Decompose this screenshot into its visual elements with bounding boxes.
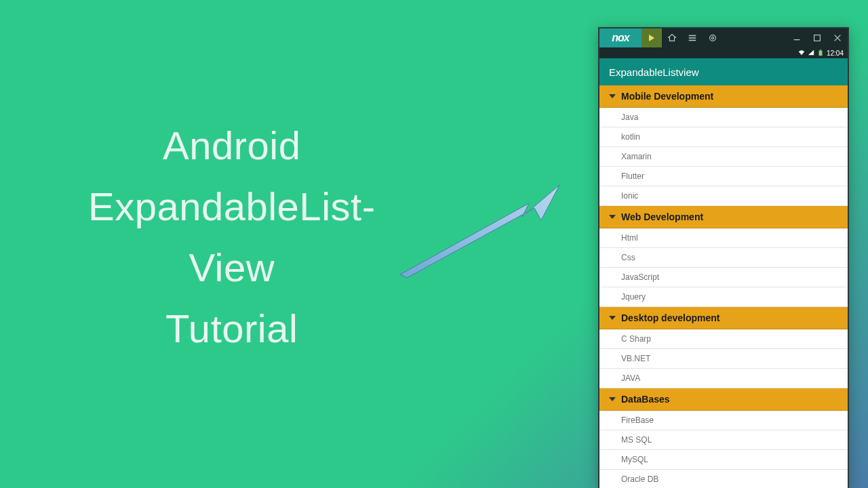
app-bar: ExpandableListview: [599, 58, 848, 85]
svg-point-0: [710, 35, 716, 41]
list-item[interactable]: kotlin: [599, 127, 848, 147]
android-status-bar: 12:04: [599, 47, 848, 58]
title-line-2: ExpandableList-: [88, 176, 375, 237]
list-item[interactable]: C Sharp: [599, 329, 848, 349]
app-title: ExpandableListview: [609, 66, 699, 78]
hamburger-icon: [688, 33, 697, 43]
tutorial-title: Android ExpandableList- View Tutorial: [88, 115, 375, 359]
wifi-icon: [798, 49, 805, 56]
svg-rect-4: [820, 49, 821, 51]
list-item[interactable]: Css: [599, 248, 848, 268]
list-item[interactable]: MS SQL: [599, 430, 848, 450]
list-item[interactable]: MySQL: [599, 450, 848, 470]
gear-icon: [708, 33, 717, 43]
home-icon: [667, 33, 677, 43]
battery-icon: [817, 49, 824, 56]
home-button[interactable]: [662, 28, 682, 47]
minimize-icon: [792, 33, 802, 43]
svg-rect-2: [814, 35, 821, 41]
group-header-desktop[interactable]: Desktop development: [599, 307, 848, 329]
list-item[interactable]: Oracle DB: [599, 470, 848, 488]
list-item[interactable]: Html: [599, 228, 848, 248]
group-header-web[interactable]: Web Development: [599, 206, 848, 228]
play-icon: [648, 34, 656, 42]
title-line-1: Android: [88, 115, 375, 176]
list-item[interactable]: JAVA: [599, 369, 848, 388]
signal-icon: [808, 49, 814, 56]
list-item[interactable]: Java: [599, 108, 848, 127]
minimize-button[interactable]: [787, 28, 807, 47]
list-item[interactable]: Jquery: [599, 287, 848, 307]
close-icon: [833, 33, 842, 43]
window-titlebar: nox: [599, 28, 848, 47]
group-header-mobile[interactable]: Mobile Development: [599, 85, 848, 108]
title-line-3: View: [88, 237, 375, 298]
arrow-icon: [387, 180, 576, 281]
list-item[interactable]: Ionic: [599, 186, 848, 206]
close-button[interactable]: [827, 28, 848, 47]
settings-button[interactable]: [703, 28, 723, 47]
title-line-4: Tutorial: [88, 298, 375, 359]
list-item[interactable]: Xamarin: [599, 147, 848, 167]
maximize-icon: [812, 33, 822, 43]
svg-point-1: [711, 37, 713, 39]
emulator-window: nox 12:04: [598, 27, 849, 488]
group-header-databases[interactable]: DataBases: [599, 388, 848, 411]
svg-rect-3: [818, 51, 822, 56]
nox-logo: nox: [599, 28, 642, 47]
maximize-button[interactable]: [807, 28, 827, 47]
list-item[interactable]: JavaScript: [599, 268, 848, 287]
list-item[interactable]: Flutter: [599, 167, 848, 186]
status-time: 12:04: [827, 49, 844, 57]
menu-button[interactable]: [682, 28, 703, 47]
play-button[interactable]: [642, 28, 662, 47]
list-item[interactable]: FireBase: [599, 411, 848, 430]
expandable-list[interactable]: Mobile Development Java kotlin Xamarin F…: [599, 85, 848, 488]
list-item[interactable]: VB.NET: [599, 349, 848, 369]
